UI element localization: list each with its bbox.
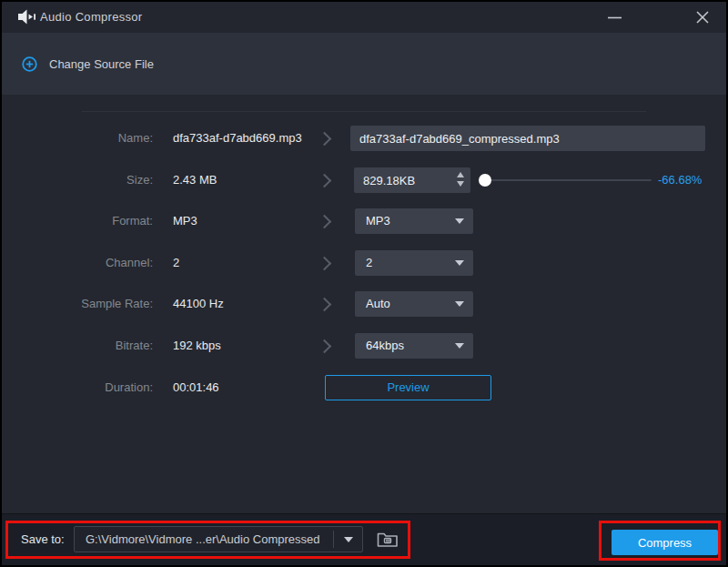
channel-dropdown[interactable]: 2 <box>355 250 473 276</box>
size-reduction-percent: -66.68% <box>658 167 702 193</box>
save-path-value: G:\Vidmore\Vidmore ...er\Audio Compresse… <box>86 527 319 552</box>
dropdown-arrow-icon <box>455 301 464 307</box>
sample-rate-row: Sample Rate: 44100 Hz Auto <box>2 291 726 317</box>
audio-compressor-window: Audio Compressor Change Source File Name… <box>0 0 728 567</box>
output-size-spinner[interactable] <box>354 167 470 193</box>
spin-down-icon[interactable] <box>457 181 464 187</box>
dropdown-arrow-icon <box>455 218 464 224</box>
name-row: Name: dfa733af-d7abd669.mp3 <box>2 126 726 151</box>
name-current-value: dfa733af-d7abd669.mp3 <box>173 126 302 151</box>
sample-rate-current-value: 44100 Hz <box>173 291 224 317</box>
chevron-right-icon <box>318 174 332 188</box>
format-dropdown[interactable]: MP3 <box>355 208 473 234</box>
footer-bar: Save to: G:\Vidmore\Vidmore ...er\Audio … <box>2 513 726 565</box>
channel-row: Channel: 2 2 <box>2 250 726 276</box>
browse-folder-button[interactable] <box>371 527 404 552</box>
dropdown-arrow-icon[interactable] <box>344 537 353 542</box>
duration-label: Duration: <box>2 375 153 400</box>
sample-rate-dropdown-value: Auto <box>366 291 390 317</box>
sample-rate-dropdown[interactable]: Auto <box>355 291 473 317</box>
bitrate-label: Bitrate: <box>2 333 153 359</box>
dropdown-arrow-icon <box>455 260 464 266</box>
folder-icon <box>377 531 399 548</box>
duration-current-value: 00:01:46 <box>173 375 219 400</box>
size-current-value: 2.43 MB <box>173 167 217 193</box>
close-icon <box>696 11 709 24</box>
bitrate-row: Bitrate: 192 kbps 64kbps <box>2 333 726 359</box>
preview-button[interactable]: Preview <box>325 375 491 400</box>
size-slider[interactable] <box>479 167 652 193</box>
output-size-input[interactable] <box>354 167 450 193</box>
size-row: Size: 2.43 MB -66.68% <box>2 167 726 193</box>
chevron-right-icon <box>318 132 332 147</box>
titlebar[interactable]: Audio Compressor <box>2 2 726 34</box>
duration-row: Duration: 00:01:46 Preview <box>2 375 726 400</box>
change-source-file-label: Change Source File <box>49 57 154 71</box>
bitrate-dropdown[interactable]: 64kbps <box>355 333 473 359</box>
channel-label: Channel: <box>2 250 153 276</box>
slider-handle[interactable] <box>479 174 491 187</box>
bitrate-current-value: 192 kbps <box>173 333 221 359</box>
minimize-icon <box>608 16 622 19</box>
format-label: Format: <box>2 208 153 234</box>
header-bar: Change Source File <box>2 33 726 95</box>
format-current-value: MP3 <box>173 208 197 234</box>
speaker-icon <box>18 9 36 25</box>
chevron-right-icon <box>318 339 332 354</box>
slider-track[interactable] <box>479 179 652 181</box>
window-title: Audio Compressor <box>40 2 142 33</box>
save-to-field[interactable]: G:\Vidmore\Vidmore ...er\Audio Compresse… <box>74 526 363 552</box>
plus-circle-icon <box>22 56 37 72</box>
chevron-right-icon <box>318 298 332 312</box>
combo-separator <box>333 531 334 548</box>
main-panel: Name: dfa733af-d7abd669.mp3 Size: 2.43 M… <box>2 95 726 514</box>
minimize-button[interactable] <box>599 2 630 33</box>
chevron-right-icon <box>318 215 332 229</box>
format-dropdown-value: MP3 <box>366 208 390 234</box>
panel-divider <box>82 111 646 112</box>
output-name-input[interactable] <box>350 126 705 151</box>
save-to-label: Save to: <box>21 514 65 565</box>
dropdown-arrow-icon <box>455 343 464 349</box>
compress-button[interactable]: Compress <box>612 530 718 555</box>
name-label: Name: <box>2 126 153 151</box>
channel-current-value: 2 <box>173 250 179 276</box>
spin-up-icon[interactable] <box>457 172 464 177</box>
change-source-file-button[interactable]: Change Source File <box>22 51 154 76</box>
spinner-arrows[interactable] <box>457 172 464 187</box>
bitrate-dropdown-value: 64kbps <box>366 333 404 359</box>
format-row: Format: MP3 MP3 <box>2 208 726 234</box>
channel-dropdown-value: 2 <box>366 250 372 276</box>
size-label: Size: <box>2 167 153 193</box>
sample-rate-label: Sample Rate: <box>2 291 153 317</box>
close-button[interactable] <box>687 2 718 33</box>
chevron-right-icon <box>318 257 332 271</box>
